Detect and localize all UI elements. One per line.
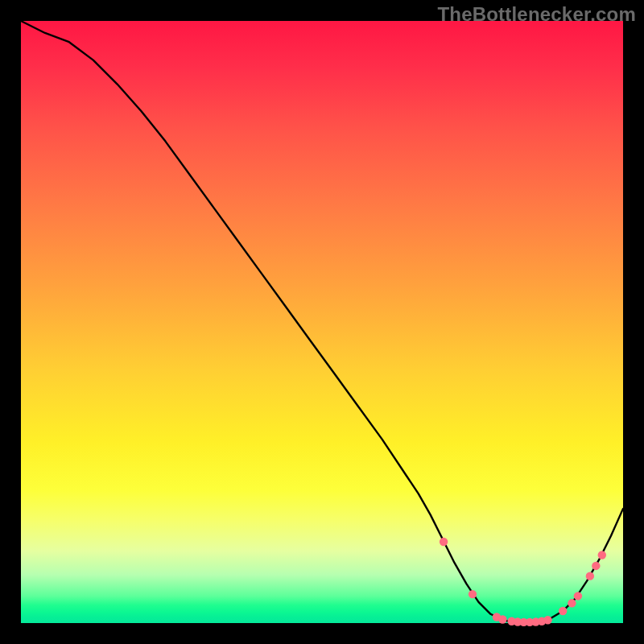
- highlight-marker: [469, 590, 477, 598]
- highlight-marker: [592, 562, 600, 570]
- highlight-marker: [543, 616, 551, 624]
- plot-area: [21, 21, 623, 623]
- bottleneck-curve-path: [21, 21, 623, 622]
- highlight-marker: [574, 592, 582, 600]
- highlight-marker: [440, 538, 448, 546]
- chart-container: TheBottlenecker.com: [0, 0, 644, 644]
- highlight-marker: [598, 551, 606, 559]
- watermark-text: TheBottlenecker.com: [437, 3, 636, 26]
- highlight-marker: [568, 599, 576, 607]
- highlight-marker: [586, 572, 594, 580]
- highlight-marker: [498, 615, 506, 623]
- highlight-marker: [559, 607, 567, 615]
- curve-svg: [21, 21, 623, 623]
